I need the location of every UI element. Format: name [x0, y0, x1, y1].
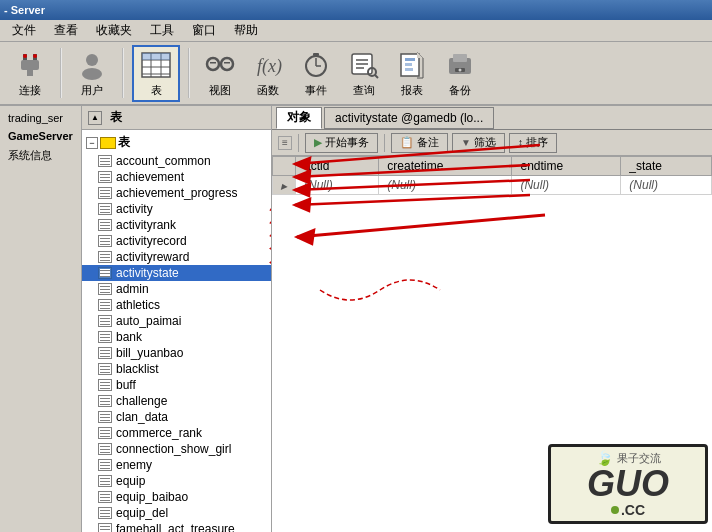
tree-item-activityrecord[interactable]: activityrecord — [82, 233, 271, 249]
menu-view[interactable]: 查看 — [46, 20, 86, 41]
tree-item-enemy[interactable]: enemy — [82, 457, 271, 473]
stamp-domain: .CC — [621, 502, 645, 518]
menu-file[interactable]: 文件 — [4, 20, 44, 41]
table-row-icon — [98, 459, 112, 471]
table-row-icon — [98, 443, 112, 455]
sub-sep-2 — [384, 134, 385, 152]
btn-begin-transaction[interactable]: ▶ 开始事务 — [305, 133, 378, 153]
svg-rect-37 — [453, 54, 467, 62]
backup-icon — [444, 49, 476, 81]
toolbar-view[interactable]: 视图 — [198, 47, 242, 100]
toolbar-report[interactable]: 报表 — [390, 47, 434, 100]
svg-point-4 — [23, 54, 27, 58]
tree-item-achievement_progress[interactable]: achievement_progress — [82, 185, 271, 201]
svg-text:f(x): f(x) — [257, 56, 282, 77]
toolbar-backup[interactable]: 备份 — [438, 47, 482, 100]
toolbar-table[interactable]: 表 — [132, 45, 180, 102]
tab-objects[interactable]: 对象 — [276, 107, 322, 129]
sidebar-item-trading[interactable]: trading_ser — [4, 110, 77, 126]
toolbar-user[interactable]: 用户 — [70, 47, 114, 100]
menu-bar: 文件 查看 收藏夹 工具 窗口 帮助 — [0, 20, 712, 42]
tree-item-achievement[interactable]: achievement — [82, 169, 271, 185]
table-row-icon — [98, 427, 112, 439]
tree-scroll-up[interactable]: ▲ — [88, 111, 102, 125]
menu-favorites[interactable]: 收藏夹 — [88, 20, 140, 41]
tree-item-activitystate[interactable]: activitystate — [82, 265, 271, 281]
row-indicator-header — [273, 157, 296, 176]
row-active-indicator — [281, 178, 287, 192]
event-icon — [300, 49, 332, 81]
tree-item-equip_baibao[interactable]: equip_baibao — [82, 489, 271, 505]
btn-sort[interactable]: ↕ 排序 — [509, 133, 557, 153]
menu-help[interactable]: 帮助 — [226, 20, 266, 41]
view-icon — [204, 49, 236, 81]
main-toolbar: 连接 用户 表 — [0, 42, 712, 106]
table-row-icon — [98, 187, 112, 199]
svg-rect-14 — [142, 53, 170, 60]
menu-window[interactable]: 窗口 — [184, 20, 224, 41]
expand-button[interactable]: − — [86, 137, 98, 149]
stamp-big-text: GUO — [587, 466, 669, 502]
svg-rect-3 — [27, 70, 33, 76]
query-icon — [348, 49, 380, 81]
table-row-icon — [98, 347, 112, 359]
tree-item-bill_yuanbao[interactable]: bill_yuanbao — [82, 345, 271, 361]
sidebar-item-gameserver[interactable]: GameServer — [4, 128, 77, 144]
title-bar: - Server — [0, 0, 712, 20]
table-row-icon — [98, 411, 112, 423]
tree-item-buff[interactable]: buff — [82, 377, 271, 393]
tree-item-admin[interactable]: admin — [82, 281, 271, 297]
user-label: 用户 — [81, 83, 103, 98]
toolbar-sep-2 — [122, 48, 124, 98]
svg-point-16 — [221, 58, 233, 70]
tree-item-athletics[interactable]: athletics — [82, 297, 271, 313]
tree-item-activityreward[interactable]: activityreward — [82, 249, 271, 265]
tree-item-activityrank[interactable]: activityrank — [82, 217, 271, 233]
tab-objects-label: 对象 — [287, 109, 311, 126]
col-createtime: createtime — [379, 157, 512, 176]
toolbar-event[interactable]: 事件 — [294, 47, 338, 100]
btn-filter[interactable]: ▼ 筛选 — [452, 133, 505, 153]
function-icon: f(x) — [252, 49, 284, 81]
table-row-icon — [98, 203, 112, 215]
toolbar-connect[interactable]: 连接 — [8, 47, 52, 100]
tree-item-clan_data[interactable]: clan_data — [82, 409, 271, 425]
table-row-icon — [98, 155, 112, 167]
tree-item-bank[interactable]: bank — [82, 329, 271, 345]
svg-rect-2 — [21, 60, 39, 70]
tree-item-commerce_rank[interactable]: commerce_rank — [82, 425, 271, 441]
tree-parent-node[interactable]: − 表 — [82, 132, 271, 153]
toolbar-query[interactable]: 查询 — [342, 47, 386, 100]
svg-point-15 — [207, 58, 219, 70]
table-row-icon — [98, 507, 112, 519]
report-label: 报表 — [401, 83, 423, 98]
tree-item-equip[interactable]: equip — [82, 473, 271, 489]
tree-item-activity[interactable]: activity — [82, 201, 271, 217]
btn-note[interactable]: 📋 备注 — [391, 133, 448, 153]
grid-table: actid createtime endtime _state (Null) (… — [272, 156, 712, 195]
table-row-icon — [98, 171, 112, 183]
tree-item-blacklist[interactable]: blacklist — [82, 361, 271, 377]
stamp-outer: 🍃 果子交流 GUO .CC — [548, 444, 708, 524]
menu-icon[interactable]: ≡ — [278, 136, 292, 150]
table-row-icon — [98, 315, 112, 327]
tree-item-auto_paimai[interactable]: auto_paimai — [82, 313, 271, 329]
menu-tools[interactable]: 工具 — [142, 20, 182, 41]
table-row-icon — [98, 395, 112, 407]
col-actid: actid — [296, 157, 379, 176]
sidebar: trading_ser GameServer 系统信息 — [0, 106, 82, 532]
toolbar-function[interactable]: f(x) 函数 — [246, 47, 290, 100]
tree-item-equip_del[interactable]: equip_del — [82, 505, 271, 521]
connect-label: 连接 — [19, 83, 41, 98]
sidebar-item-sysinfo[interactable]: 系统信息 — [4, 146, 77, 165]
tree-parent-label: 表 — [118, 134, 130, 151]
tree-item-connection_show_girl[interactable]: connection_show_girl — [82, 441, 271, 457]
table-label: 表 — [151, 83, 162, 98]
tab-activitystate[interactable]: activitystate @gamedb (lo... — [324, 107, 494, 129]
view-label: 视图 — [209, 83, 231, 98]
table-row-icon — [98, 267, 112, 279]
tree-item-account_common[interactable]: account_common — [82, 153, 271, 169]
tree-item-challenge[interactable]: challenge — [82, 393, 271, 409]
cell-state: (Null) — [621, 176, 712, 195]
tree-item-famehall_act_treasure[interactable]: famehall_act_treasure — [82, 521, 271, 532]
